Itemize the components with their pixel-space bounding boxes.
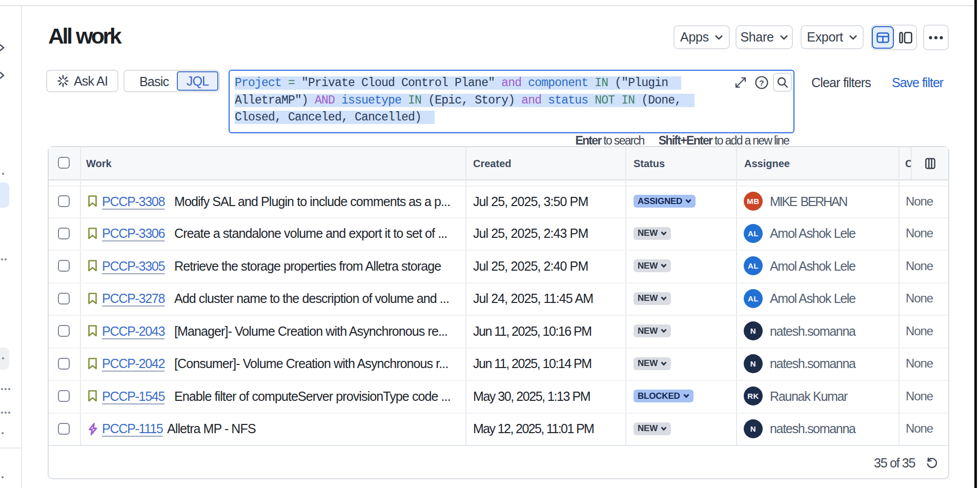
svg-text:?: ? — [759, 78, 764, 87]
